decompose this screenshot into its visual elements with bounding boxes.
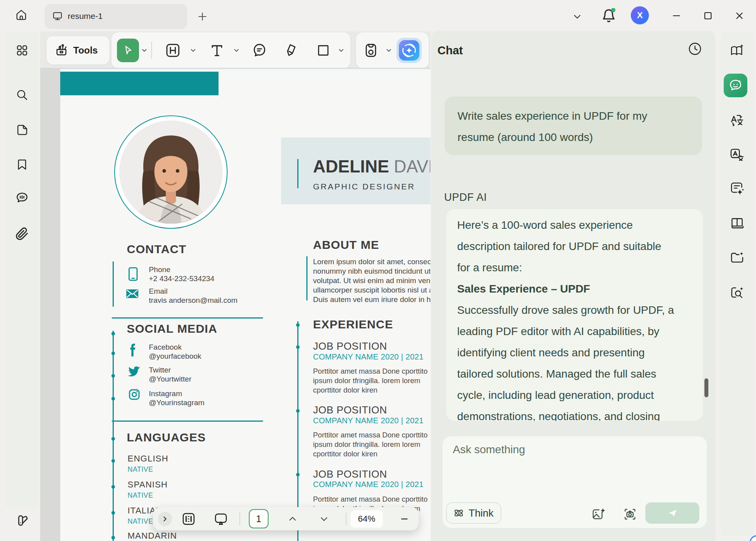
zoom-level-control[interactable]: 64% [350,510,383,528]
shape-tool-dropdown[interactable] [337,46,345,54]
page-number-input[interactable]: 1 [249,509,269,528]
chat-history-button[interactable] [686,40,704,57]
think-toggle-button[interactable]: Think [446,502,501,524]
timeline-dot [296,323,300,327]
presentation-mode-button[interactable] [212,510,230,528]
about-line: ullamcorper suscipit lobortis nisl ut a [313,286,430,295]
ai-summarize-button[interactable] [728,180,746,197]
open-book-icon [729,215,745,231]
ai-search-button[interactable] [728,284,746,302]
send-button[interactable] [645,502,699,524]
stamp-tool-dropdown[interactable] [384,46,393,54]
ai-read-button[interactable] [728,42,746,59]
sidebar-item-search[interactable] [14,87,30,103]
history-clock-icon [687,41,702,56]
candidate-first-name: ADELINE [313,157,389,176]
select-tool-button[interactable] [117,39,139,62]
heading-tool-dropdown[interactable] [189,46,197,54]
floating-ai-logo-partial [747,532,756,541]
languages-title: LANGUAGES [127,431,206,444]
social-name: Twitter [149,366,171,374]
sidebar-item-pages-grid[interactable] [14,43,30,58]
timeline-dot [111,332,115,335]
chat-input[interactable] [453,443,693,495]
maximize-button[interactable] [699,7,717,24]
comment-tool-button[interactable] [250,41,269,60]
tools-button[interactable]: Tools [46,36,109,65]
thumbnails-view-button[interactable] [180,510,197,528]
highlighter-icon [284,43,300,58]
ai-message-heading: Sales Experience – UPDF [457,278,590,300]
ai-message-line: description tailored for UPDF and suitab… [457,236,661,257]
resume-page: ADELINE DAVIS GRAPHIC DESIGNER CONTACT P… [60,69,430,541]
job-desc-line: cporttitor dolor kiren [313,386,377,395]
user-message-bubble: Write sales experience in UPDF for my re… [445,96,702,155]
ai-message-line: for a resume: [457,257,522,278]
job-desc-line: cporttitor dolor kiren [313,450,377,458]
comment-icon [15,191,29,205]
ai-message-line: demonstrations, negotiations, and closin… [457,406,660,421]
home-button[interactable] [12,6,31,24]
social-divider [112,421,263,422]
bottombar-divider [346,513,346,525]
language-level: NATIVE [128,465,153,474]
folder-sparkle-icon [729,250,745,266]
previous-page-button[interactable] [285,513,300,525]
timeline-dot [111,485,115,489]
minimize-icon [671,11,682,21]
timeline-dot [296,473,300,476]
comment-bubble-icon [251,42,268,59]
experience-title: EXPERIENCE [313,318,393,331]
ai-message-line: identifying client needs and presenting [457,342,645,363]
plus-icon [197,11,208,22]
contact-accent-line [113,261,114,307]
sidebar-item-bookmarks[interactable] [14,157,30,172]
sidebar-item-thumbnails[interactable] [14,122,30,138]
atom-icon [453,507,465,519]
heading-tool-button[interactable] [163,41,182,60]
ai-chat-button-active[interactable] [724,74,747,97]
sidebar-item-comments[interactable] [14,190,30,206]
reader-mode-button[interactable] [728,215,746,232]
language-name: MANDARIN [128,531,177,541]
close-button[interactable] [730,7,749,24]
stamp-tool-button[interactable] [361,41,380,60]
ai-image-translate-button[interactable] [728,146,746,163]
select-tool-dropdown[interactable] [140,46,148,54]
chat-scrollbar-thumb[interactable] [704,378,708,397]
document-tab[interactable]: resume-1 [45,4,187,28]
job-title: JOB POSITION [313,468,387,480]
zoom-out-button[interactable] [397,513,411,525]
ai-assistant-button[interactable] [397,38,422,63]
instagram-icon [128,388,141,401]
attach-image-button[interactable] [591,506,606,522]
account-avatar[interactable]: X [631,6,649,24]
next-page-button[interactable] [317,513,331,525]
chat-title: Chat [437,44,463,57]
notifications-button[interactable] [600,6,617,25]
expand-toolbar-button[interactable] [158,512,172,526]
minimize-button[interactable] [667,7,686,24]
stamp-icon [363,42,379,59]
header-accent-bar [60,72,219,95]
new-tab-button[interactable] [195,9,210,24]
highlighter-tool-button[interactable] [282,41,301,60]
social-handle: @yourfacebook [149,352,201,361]
theme-swatch-button[interactable] [13,512,31,529]
candidate-last-name: DAVIS [389,157,430,176]
phone-icon [128,267,138,282]
timeline-dot [111,459,115,463]
chevron-up-icon [288,514,297,524]
grid-icon [15,44,29,57]
shape-tool-button[interactable] [315,42,332,59]
text-tool-button[interactable] [208,41,226,60]
ai-translate-button[interactable] [728,112,746,129]
language-level: NATIVE [128,517,153,526]
screenshot-button[interactable] [622,506,638,522]
titlebar-collapse-button[interactable] [569,9,585,24]
ai-files-button[interactable] [728,249,746,267]
sidebar-item-attachments[interactable] [14,226,30,242]
document-viewport[interactable]: ADELINE DAVIS GRAPHIC DESIGNER CONTACT P… [40,68,430,541]
social-name: Instagram [149,389,182,398]
text-tool-dropdown[interactable] [232,46,241,54]
